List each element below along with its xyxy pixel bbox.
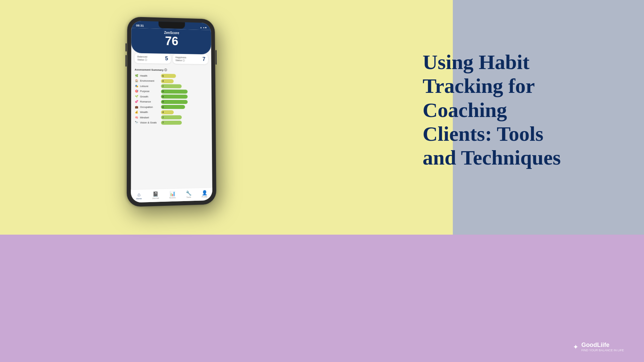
nav-home[interactable]: ⌂ Home xyxy=(136,192,142,200)
assessment-row: 💞Romance9 xyxy=(135,100,208,104)
category-label: Mindset xyxy=(140,116,160,119)
category-bar: 9 xyxy=(161,100,188,104)
category-bar: 4 xyxy=(161,79,174,83)
category-bar: 7 xyxy=(161,115,182,119)
category-label: Purpose xyxy=(140,90,159,93)
category-bar: 9 xyxy=(161,95,187,99)
nav-tools-label: Tools xyxy=(186,196,191,198)
category-value: 4 xyxy=(162,80,164,82)
happiness-status-card: HappinessStatus ⓘ 7 xyxy=(173,54,208,64)
category-bar: 8 xyxy=(161,105,185,109)
main-heading: Using Habit Tracking for Coaching Client… xyxy=(423,50,617,170)
journal-icon: 📓 xyxy=(153,191,158,197)
balanced-status-value: 5 xyxy=(165,56,168,62)
brand-logo: ✦ GoodLiife FIND YOUR BALANCE IN LIFE xyxy=(573,342,624,352)
category-value: 7 xyxy=(162,85,164,87)
assessment-section: Assessment Summary ⓘ 🌿Health5🏠Environmen… xyxy=(131,66,212,128)
category-label: Growth xyxy=(140,95,160,98)
zen-score-value: 76 xyxy=(131,34,211,48)
category-bar: 4 xyxy=(161,110,174,114)
heading-line3: Coaching xyxy=(423,99,507,121)
assessment-row: 💼Occupation8 xyxy=(135,105,208,109)
category-label: Occupation xyxy=(140,106,160,109)
category-value: 5 xyxy=(162,75,164,77)
balanced-status-card: BalancedStatus ⓘ 5 xyxy=(135,53,171,64)
profile-icon: 👤 xyxy=(202,190,207,196)
happiness-status-label: HappinessStatus ⓘ xyxy=(175,56,186,62)
brand-text: GoodLiife FIND YOUR BALANCE IN LIFE xyxy=(581,342,624,352)
nav-journal[interactable]: 📓 Journal xyxy=(152,191,159,199)
assessment-title: Assessment Summary ⓘ xyxy=(135,68,208,72)
power-button xyxy=(215,50,217,65)
category-value: 8 xyxy=(162,106,164,108)
assessment-row: 🔭Vision & Goals7 xyxy=(135,120,209,125)
happiness-status-value: 7 xyxy=(203,56,206,62)
brand-tagline: FIND YOUR BALANCE IN LIFE xyxy=(581,349,624,352)
phone-mockup: 08:31 ▲ ● ■ ZenScore 76 BalancedStatus ⓘ… xyxy=(127,17,216,207)
category-bar: 9 xyxy=(161,89,187,94)
brand-name: GoodLiife xyxy=(581,342,609,348)
bar-container: 7 xyxy=(161,84,208,88)
category-label: Vision & Goals xyxy=(140,121,160,124)
bottom-nav[interactable]: ⌂ Home 📓 Journal 📊 Scores 🔧 Tools 👤 xyxy=(131,187,212,202)
category-value: 9 xyxy=(162,96,164,98)
text-section: Using Habit Tracking for Coaching Client… xyxy=(423,50,617,170)
bar-container: 4 xyxy=(161,110,208,114)
category-value: 9 xyxy=(162,101,164,103)
category-icon: 🧠 xyxy=(135,116,139,119)
status-time: 08:31 xyxy=(136,24,144,27)
category-icon: 🌿 xyxy=(135,74,139,77)
category-icon: 💰 xyxy=(135,111,139,114)
heading-line2: Tracking for xyxy=(423,74,535,97)
category-bar: 7 xyxy=(161,121,182,125)
category-label: Health xyxy=(140,74,159,77)
status-icons: ▲ ● ■ xyxy=(200,26,207,28)
phone-notch xyxy=(158,21,185,29)
nav-profile[interactable]: 👤 Profile xyxy=(202,190,207,198)
category-value: 9 xyxy=(162,90,164,93)
scores-icon: 📊 xyxy=(170,191,175,196)
category-icon: 🏠 xyxy=(135,79,139,82)
bar-container: 9 xyxy=(161,100,208,104)
vol-down-button xyxy=(125,55,127,67)
bar-container: 9 xyxy=(161,95,208,99)
bar-container: 8 xyxy=(161,105,208,109)
app-header: ZenScore 76 xyxy=(131,28,211,55)
assessment-rows: 🌿Health5🏠Environment4🎭Leisure7🎯Purpose9🌱… xyxy=(135,73,209,125)
phone-body: 08:31 ▲ ● ■ ZenScore 76 BalancedStatus ⓘ… xyxy=(127,17,216,207)
balanced-status-label: BalancedStatus ⓘ xyxy=(137,55,147,61)
nav-home-label: Home xyxy=(136,197,142,200)
brand-icon: ✦ xyxy=(573,343,579,351)
assessment-row: 🎭Leisure7 xyxy=(135,84,208,89)
nav-profile-label: Profile xyxy=(202,196,207,198)
vol-up-button xyxy=(125,43,127,52)
tools-icon: 🔧 xyxy=(186,190,192,196)
category-icon: 🎭 xyxy=(135,84,139,87)
bar-container: 9 xyxy=(161,89,208,94)
category-label: Environment xyxy=(140,79,159,83)
phone-screen: 08:31 ▲ ● ■ ZenScore 76 BalancedStatus ⓘ… xyxy=(131,21,212,203)
category-label: Leisure xyxy=(140,84,159,87)
nav-scores-label: Scores xyxy=(169,196,176,199)
bar-container: 7 xyxy=(161,115,208,119)
bar-container: 7 xyxy=(161,120,209,125)
nav-scores[interactable]: 📊 Scores xyxy=(169,191,176,199)
heading-line5: and Techniques xyxy=(423,146,561,169)
category-bar: 5 xyxy=(161,74,176,78)
bar-container: 4 xyxy=(161,79,208,83)
bg-yellow xyxy=(0,0,453,261)
category-value: 7 xyxy=(162,121,164,124)
category-value: 7 xyxy=(162,116,164,119)
category-label: Wealth xyxy=(140,111,160,114)
bg-purple xyxy=(0,235,644,362)
assessment-row: 💰Wealth4 xyxy=(135,110,208,114)
home-icon: ⌂ xyxy=(138,192,141,197)
bar-container: 5 xyxy=(161,74,208,78)
category-icon: 💞 xyxy=(135,100,139,103)
nav-tools[interactable]: 🔧 Tools xyxy=(186,190,192,198)
assessment-row: 🌿Health5 xyxy=(135,73,208,78)
assessment-row: 🎯Purpose9 xyxy=(135,89,208,94)
category-bar: 7 xyxy=(161,84,182,88)
category-icon: 🔭 xyxy=(135,121,139,124)
assessment-row: 🏠Environment4 xyxy=(135,79,208,83)
